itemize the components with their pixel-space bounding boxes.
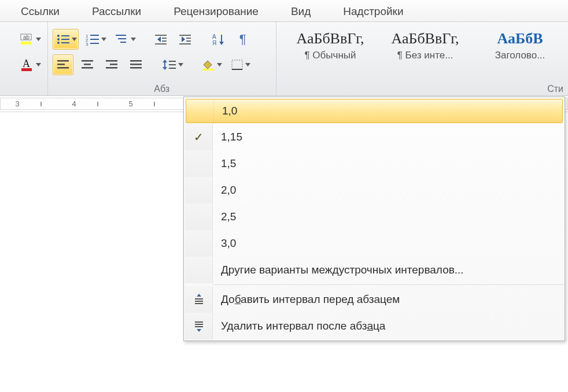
pilcrow-icon: ¶ [239, 32, 246, 47]
decrease-indent-icon [154, 34, 168, 45]
svg-rect-45 [106, 60, 117, 62]
ruler-minor-tick [153, 98, 156, 110]
menu-label: 2,5 [213, 210, 236, 223]
menu-item-spacing[interactable]: ✓1,15 [185, 124, 563, 150]
svg-rect-5 [21, 68, 32, 71]
svg-rect-75 [195, 301, 203, 302]
bullets-button[interactable] [53, 29, 79, 50]
borders-button[interactable] [227, 54, 252, 75]
tab-addins[interactable]: Надстройки [327, 1, 419, 21]
svg-marker-73 [197, 294, 201, 297]
align-center-button[interactable] [77, 54, 98, 75]
sort-icon: A Я [212, 33, 225, 46]
align-right-button[interactable] [101, 54, 122, 75]
chevron-down-icon [131, 38, 136, 41]
decrease-indent-button[interactable] [150, 29, 171, 50]
chevron-down-icon [36, 38, 41, 41]
svg-rect-8 [61, 35, 69, 36]
svg-marker-25 [157, 36, 161, 42]
numbering-icon: 1 2 3 [85, 33, 100, 46]
highlight-button[interactable]: ab [17, 29, 43, 50]
menu-item-spacing[interactable]: 1,0 [186, 99, 563, 123]
tab-view[interactable]: Вид [275, 1, 327, 21]
svg-marker-30 [182, 36, 185, 42]
svg-marker-80 [197, 329, 201, 332]
svg-text:A: A [212, 34, 216, 40]
menu-label: Другие варианты междустрочных интервалов… [213, 264, 464, 276]
font-color-button[interactable]: A [17, 54, 43, 75]
style-name: ¶ Обычный [287, 50, 374, 61]
menu-item-spacing[interactable]: 2,0 [185, 177, 563, 204]
menu-icon-empty [185, 257, 213, 283]
svg-rect-27 [162, 38, 167, 39]
svg-rect-12 [61, 42, 69, 43]
tab-references[interactable]: Ссылки [5, 1, 76, 21]
style-sample: АаБбВвГг, [287, 30, 374, 47]
menu-icon-empty [185, 150, 213, 177]
line-spacing-icon [162, 58, 177, 71]
svg-marker-62 [245, 63, 250, 66]
svg-rect-65 [154, 102, 155, 106]
svg-rect-58 [202, 69, 214, 71]
svg-marker-38 [219, 42, 224, 45]
svg-rect-2 [21, 42, 31, 45]
svg-rect-56 [169, 68, 176, 69]
svg-marker-53 [163, 67, 167, 70]
align-left-button[interactable] [53, 54, 73, 75]
menu-separator [213, 284, 563, 285]
style-normal[interactable]: АаБбВвГг, ¶ Обычный [287, 27, 374, 61]
svg-rect-33 [186, 40, 191, 42]
tab-review[interactable]: Рецензирование [157, 1, 275, 21]
menu-item-more-spacing[interactable]: Другие варианты междустрочных интервалов… [185, 257, 563, 283]
menu-item-spacing[interactable]: 3,0 [185, 230, 563, 257]
svg-rect-22 [118, 38, 126, 39]
line-spacing-button[interactable] [159, 54, 185, 75]
justify-button[interactable] [126, 54, 146, 75]
show-marks-button[interactable]: ¶ [233, 29, 253, 50]
svg-rect-19 [90, 43, 99, 44]
ruler-minor-tick [40, 98, 42, 110]
multilevel-button[interactable] [112, 29, 138, 50]
svg-rect-64 [97, 102, 98, 106]
font-color-icon: A [20, 58, 35, 72]
tab-mailings[interactable]: Рассылки [76, 1, 157, 21]
remove-space-after-icon [185, 313, 213, 339]
svg-rect-29 [155, 43, 167, 45]
menu-item-spacing[interactable]: 1,5 [185, 150, 563, 177]
menu-label: 2,0 [213, 184, 236, 197]
group-label-styles: Сти [276, 84, 568, 94]
svg-rect-15 [90, 35, 99, 36]
multilevel-icon [115, 33, 130, 46]
style-name: ¶ Без инте... [382, 50, 469, 61]
svg-rect-44 [82, 67, 93, 69]
svg-rect-77 [195, 321, 203, 323]
numbering-button[interactable]: 1 2 3 [82, 29, 108, 50]
style-heading1[interactable]: АаБбВ Заголово... [477, 27, 563, 61]
style-no-spacing[interactable]: АаБбВвГг, ¶ Без инте... [382, 27, 469, 61]
svg-rect-63 [40, 102, 42, 106]
svg-rect-26 [155, 35, 167, 36]
svg-marker-24 [131, 38, 136, 41]
menu-icon-empty [185, 204, 213, 230]
svg-marker-57 [178, 63, 183, 66]
increase-indent-icon [178, 34, 192, 45]
sort-button[interactable]: A Я [208, 29, 229, 50]
ribbon: ab A [0, 22, 568, 96]
chevron-down-icon [217, 63, 222, 66]
menu-item-spacing[interactable]: 2,5 [185, 204, 563, 230]
chevron-down-icon [72, 38, 77, 41]
chevron-down-icon [101, 38, 106, 41]
group-paragraph: 1 2 3 [48, 22, 276, 95]
shading-button[interactable] [198, 54, 224, 75]
menu-item-remove-space-after[interactable]: Удалить интервал после абзаца [185, 313, 563, 339]
svg-rect-60 [232, 60, 242, 69]
svg-marker-3 [36, 38, 41, 41]
menu-item-add-space-before[interactable]: Добавить интервал перед абзацем [185, 286, 563, 313]
svg-marker-6 [36, 63, 41, 66]
svg-rect-21 [116, 35, 126, 36]
increase-indent-button[interactable] [175, 29, 196, 50]
svg-rect-50 [130, 67, 142, 69]
borders-icon [230, 58, 244, 71]
svg-rect-76 [195, 303, 203, 304]
svg-point-7 [57, 35, 60, 37]
